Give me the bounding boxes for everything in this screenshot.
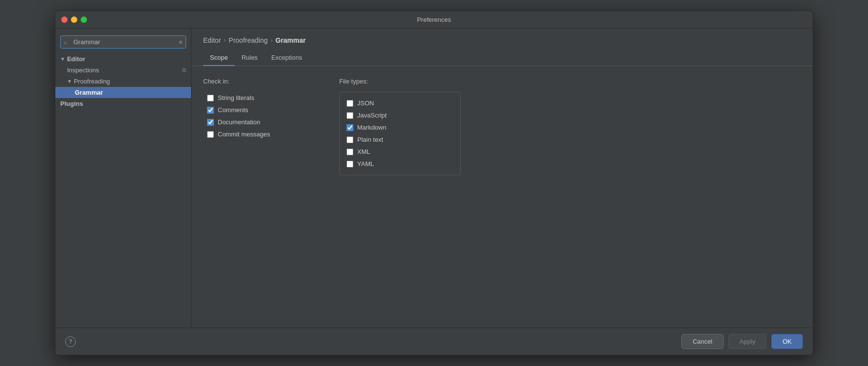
cancel-button[interactable]: Cancel (681, 334, 723, 349)
footer: ? Cancel Apply OK (55, 328, 813, 355)
file-type-checkbox-plain-text[interactable] (347, 136, 353, 143)
file-type-checkbox-markdown[interactable] (347, 124, 353, 131)
file-type-item-plain-text: Plain text (343, 133, 457, 146)
file-type-label-markdown: Markdown (357, 124, 386, 131)
copy-icon: ⧉ (182, 67, 186, 73)
window-controls (61, 17, 87, 23)
file-type-item-json: JSON (343, 97, 457, 109)
file-type-label-plain-text: Plain text (357, 136, 383, 143)
check-in-label-commit-messages: Commit messages (218, 131, 270, 138)
help-button[interactable]: ? (65, 336, 76, 347)
tab-rules[interactable]: Rules (235, 50, 264, 66)
file-type-item-xml: XML (343, 146, 457, 158)
file-types-section: File types: JSONJavaScriptMarkdownPlain … (339, 78, 461, 316)
file-types-title: File types: (339, 78, 461, 85)
sidebar-item-label-plugins: Plugins (60, 100, 83, 107)
file-types-items: JSONJavaScriptMarkdownPlain textXMLYAML (343, 97, 457, 170)
sidebar-item-inspections[interactable]: Inspections⧉ (55, 65, 191, 76)
file-type-label-javascript: JavaScript (357, 112, 387, 119)
breadcrumb-separator: › (224, 37, 226, 44)
check-in-label-string-literals: String literals (218, 94, 254, 101)
sidebar: ⌕ ✕ ▼EditorInspections⧉▼ProofreadingGram… (55, 29, 191, 328)
titlebar: Preferences (55, 11, 813, 29)
tabs: ScopeRulesExceptions (191, 44, 813, 66)
check-in-checkbox-documentation[interactable] (207, 119, 214, 126)
maximize-button[interactable] (81, 17, 87, 23)
check-in-title: Check in: (203, 78, 310, 85)
sidebar-item-label-proofreading: Proofreading (74, 78, 110, 85)
file-type-label-yaml: YAML (357, 160, 374, 167)
minimize-button[interactable] (71, 17, 77, 23)
file-type-checkbox-json[interactable] (347, 100, 353, 107)
breadcrumb-separator: › (271, 37, 273, 44)
check-in-item-comments: Comments (203, 104, 310, 116)
content-area: Editor›Proofreading›Grammar ScopeRulesEx… (191, 29, 813, 328)
file-type-checkbox-xml[interactable] (347, 149, 353, 155)
check-in-label-documentation: Documentation (218, 118, 260, 126)
file-type-item-yaml: YAML (343, 158, 457, 170)
sidebar-item-plugins[interactable]: Plugins (55, 98, 191, 109)
check-in-label-comments: Comments (218, 106, 248, 114)
window-title: Preferences (417, 16, 451, 23)
tab-content: Check in: String literalsCommentsDocumen… (191, 66, 813, 328)
main-content: ⌕ ✕ ▼EditorInspections⧉▼ProofreadingGram… (55, 29, 813, 328)
file-types-box: JSONJavaScriptMarkdownPlain textXMLYAML (339, 92, 461, 175)
search-icon: ⌕ (64, 39, 67, 46)
search-clear-button[interactable]: ✕ (178, 39, 183, 45)
sidebar-item-label-inspections: Inspections (67, 67, 99, 74)
search-input[interactable] (60, 35, 186, 49)
check-in-checkbox-string-literals[interactable] (207, 95, 214, 101)
sidebar-item-editor[interactable]: ▼Editor (55, 53, 191, 65)
sidebar-item-proofreading[interactable]: ▼Proofreading (55, 76, 191, 87)
apply-button[interactable]: Apply (729, 334, 767, 349)
file-type-label-xml: XML (357, 148, 370, 155)
check-in-item-documentation: Documentation (203, 116, 310, 128)
tab-scope[interactable]: Scope (203, 50, 235, 66)
ok-button[interactable]: OK (771, 334, 803, 349)
file-type-item-javascript: JavaScript (343, 109, 457, 121)
sidebar-item-grammar[interactable]: Grammar (55, 87, 191, 98)
breadcrumb: Editor›Proofreading›Grammar (191, 29, 813, 44)
sidebar-tree: ▼EditorInspections⧉▼ProofreadingGrammarP… (55, 53, 191, 109)
check-in-item-commit-messages: Commit messages (203, 128, 310, 140)
preferences-dialog: Preferences ⌕ ✕ ▼EditorInspections⧉▼Proo… (55, 11, 813, 355)
file-type-item-markdown: Markdown (343, 121, 457, 133)
check-in-items: String literalsCommentsDocumentationComm… (203, 92, 310, 140)
sidebar-item-label-editor: Editor (67, 55, 86, 63)
check-in-item-string-literals: String literals (203, 92, 310, 104)
check-in-section: Check in: String literalsCommentsDocumen… (203, 78, 310, 316)
check-in-checkbox-comments[interactable] (207, 107, 214, 114)
footer-left: ? (65, 336, 76, 347)
file-type-checkbox-javascript[interactable] (347, 112, 353, 119)
file-type-checkbox-yaml[interactable] (347, 161, 353, 167)
file-type-label-json: JSON (357, 100, 374, 107)
close-button[interactable] (61, 17, 68, 23)
breadcrumb-item-editor[interactable]: Editor (203, 36, 221, 44)
footer-right: Cancel Apply OK (681, 334, 803, 349)
sidebar-item-label-grammar: Grammar (75, 89, 103, 96)
tab-exceptions[interactable]: Exceptions (264, 50, 309, 66)
breadcrumb-item-grammar: Grammar (276, 36, 306, 44)
breadcrumb-item-proofreading[interactable]: Proofreading (229, 36, 268, 44)
search-box: ⌕ ✕ (60, 35, 186, 49)
check-in-checkbox-commit-messages[interactable] (207, 131, 214, 138)
